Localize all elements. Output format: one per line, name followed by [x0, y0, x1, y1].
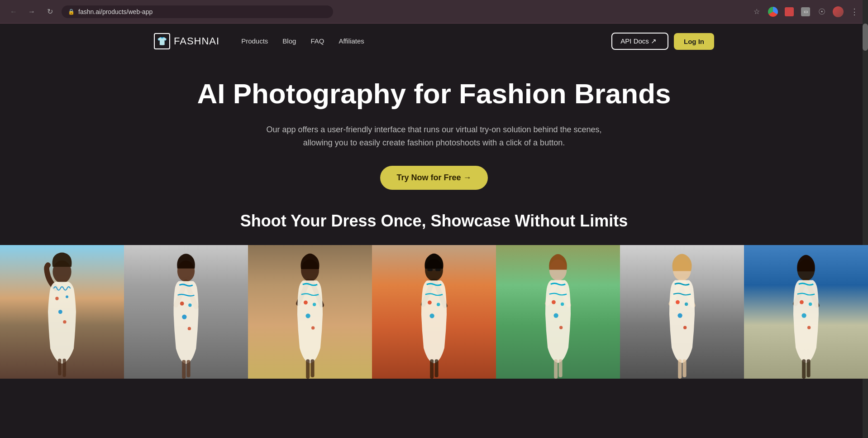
photo-placeholder-3: [248, 245, 372, 379]
hero-section: AI Photography for Fashion Brands Our ap…: [0, 59, 868, 190]
svg-rect-34: [430, 359, 434, 379]
svg-point-13: [188, 327, 191, 330]
svg-point-60: [807, 326, 811, 329]
address-bar[interactable]: 🔒 fashn.ai/products/web-app: [62, 5, 333, 18]
nav-item-blog[interactable]: Blog: [282, 37, 296, 45]
svg-point-2: [66, 295, 68, 298]
nav-link-faq[interactable]: FAQ: [310, 37, 324, 45]
svg-point-22: [311, 326, 315, 329]
nav-link-products[interactable]: Products: [241, 37, 268, 45]
svg-point-31: [428, 300, 432, 304]
api-docs-label: API Docs ↗: [620, 37, 657, 45]
nav-link-blog[interactable]: Blog: [282, 37, 296, 45]
svg-rect-5: [58, 359, 61, 375]
gallery-item-3: [248, 245, 372, 379]
logo[interactable]: 👕 FASHNAI: [154, 33, 219, 49]
logo-text: FASHNAI: [174, 35, 219, 47]
svg-rect-61: [802, 359, 806, 379]
back-button[interactable]: ←: [7, 5, 20, 18]
svg-point-3: [58, 310, 62, 314]
avatar-icon: [833, 6, 844, 17]
svg-point-20: [313, 303, 316, 306]
nav-links: Products Blog FAQ Affiliates: [241, 37, 611, 45]
logo-icon: 👕: [154, 33, 170, 49]
nav-item-affiliates[interactable]: Affiliates: [339, 37, 364, 45]
svg-rect-62: [806, 359, 810, 377]
svg-point-59: [801, 313, 806, 318]
svg-point-33: [429, 313, 434, 318]
photo-placeholder-7: [744, 245, 868, 379]
svg-rect-27: [435, 269, 441, 271]
photo-placeholder-6: [620, 245, 744, 379]
gallery-item-5: [496, 245, 620, 379]
svg-point-49: [685, 303, 688, 306]
hero-title: AI Photography for Fashion Brands: [9, 77, 859, 111]
chrome-account-button[interactable]: [767, 5, 779, 18]
svg-point-40: [561, 303, 564, 306]
profile-button[interactable]: [832, 5, 844, 18]
shield-icon: ☉: [818, 7, 825, 17]
svg-rect-35: [434, 359, 438, 377]
photo-placeholder-2: [124, 245, 248, 379]
svg-point-32: [437, 303, 440, 306]
extension-red-button[interactable]: [783, 5, 796, 18]
svg-rect-6: [62, 359, 66, 377]
svg-rect-24: [310, 359, 314, 377]
svg-rect-53: [682, 359, 686, 377]
api-docs-button[interactable]: API Docs ↗: [611, 33, 668, 50]
nav-link-affiliates[interactable]: Affiliates: [339, 37, 364, 45]
gallery-item-7: [744, 245, 868, 379]
svg-rect-15: [186, 360, 190, 377]
menu-button[interactable]: ⋮: [848, 5, 861, 18]
svg-point-12: [182, 314, 186, 319]
nav-actions: API Docs ↗ Log In: [611, 33, 714, 50]
try-now-label: Try Now for Free →: [396, 173, 471, 183]
bookmark-button[interactable]: ☆: [750, 5, 763, 18]
svg-point-39: [552, 300, 556, 304]
gallery-section: Shoot Your Dress Once, Showcase Without …: [0, 212, 868, 379]
gallery-item-4: [372, 245, 496, 379]
browser-chrome: ← → ↻ 🔒 fashn.ai/products/web-app ☆ ▭ ☉ …: [0, 0, 868, 24]
reload-button[interactable]: ↻: [43, 5, 56, 18]
gallery-item-6: [620, 245, 744, 379]
forward-button[interactable]: →: [25, 5, 38, 18]
gallery-item-1: [0, 245, 124, 379]
svg-point-58: [809, 303, 812, 306]
browser-toolbar-right: ☆ ▭ ☉ ⋮: [750, 5, 861, 18]
svg-point-4: [63, 320, 66, 323]
gallery-item-2: [124, 245, 248, 379]
svg-rect-14: [182, 360, 186, 379]
svg-point-41: [553, 313, 558, 318]
svg-point-10: [180, 302, 184, 306]
login-button[interactable]: Log In: [674, 33, 714, 50]
svg-rect-23: [306, 359, 310, 379]
svg-point-11: [188, 303, 191, 307]
puzzle-icon: ▭: [801, 7, 810, 16]
svg-point-19: [304, 300, 308, 304]
svg-point-51: [683, 326, 687, 329]
svg-rect-52: [678, 359, 682, 379]
extensions-button[interactable]: ▭: [799, 5, 812, 18]
photo-placeholder-1: [0, 245, 124, 379]
svg-rect-44: [558, 359, 562, 377]
page-content: 👕 FASHNAI Products Blog FAQ Affiliates A…: [0, 24, 868, 438]
shield-button[interactable]: ☉: [816, 5, 828, 18]
svg-point-21: [305, 313, 310, 318]
svg-point-48: [676, 300, 680, 304]
nav-item-faq[interactable]: FAQ: [310, 37, 324, 45]
svg-point-57: [800, 300, 804, 304]
hero-subtitle: Our app offers a user-friendly interface…: [262, 123, 606, 149]
try-now-button[interactable]: Try Now for Free →: [380, 166, 487, 190]
security-icon: 🔒: [68, 9, 75, 15]
scrollbar-thumb[interactable]: [863, 24, 868, 51]
svg-point-42: [559, 326, 563, 329]
navbar: 👕 FASHNAI Products Blog FAQ Affiliates A…: [0, 24, 868, 59]
chrome-icon: [768, 7, 778, 17]
svg-point-1: [55, 297, 58, 300]
svg-rect-26: [427, 269, 433, 271]
gallery-section-title: Shoot Your Dress Once, Showcase Without …: [0, 212, 868, 231]
nav-item-products[interactable]: Products: [241, 37, 268, 45]
photo-placeholder-5: [496, 245, 620, 379]
url-text: fashn.ai/products/web-app: [78, 8, 153, 15]
svg-point-50: [677, 313, 682, 318]
